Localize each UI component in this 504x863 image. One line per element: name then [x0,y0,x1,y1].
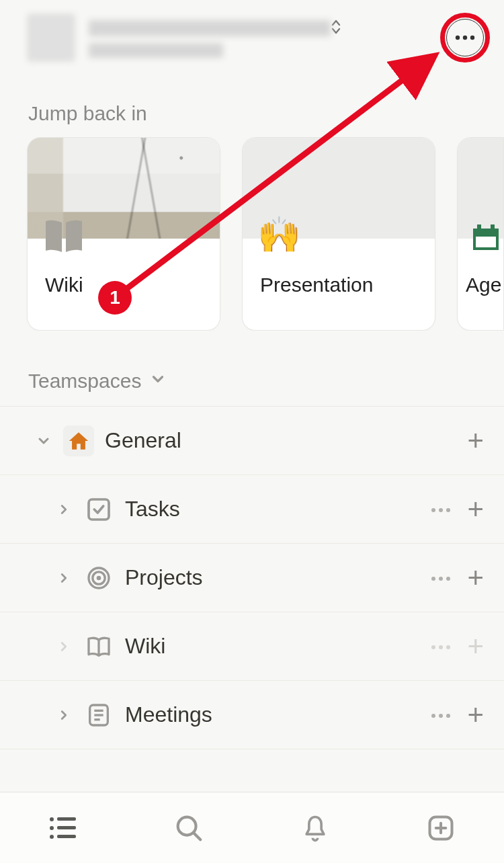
bottom-nav [0,792,504,863]
raising-hands-icon: 🙌 [257,213,300,256]
svg-point-27 [446,714,450,718]
svg-point-25 [431,714,435,718]
chevron-right-icon[interactable] [55,502,73,517]
document-icon [83,700,114,731]
card-title: Age [466,274,503,296]
recent-card-agenda[interactable]: Age [457,137,504,331]
svg-point-1 [463,36,467,40]
svg-point-0 [456,36,460,40]
teamspaces-toggle[interactable]: Teamspaces [0,331,504,406]
svg-point-10 [439,508,443,512]
more-icon[interactable] [431,709,451,721]
svg-rect-31 [57,826,76,829]
chevron-down-icon[interactable] [35,433,52,449]
check-square-icon [83,494,114,525]
svg-rect-7 [476,237,496,247]
teamspace-general[interactable]: General + [0,407,504,475]
page-tree: General + Tasks + Projects [0,406,504,749]
svg-point-32 [50,835,54,839]
svg-rect-5 [477,224,481,231]
add-subpage-button[interactable]: + [467,493,484,526]
svg-point-28 [50,817,54,821]
add-subpage-button[interactable]: + [467,699,484,731]
calendar-icon [464,216,504,259]
book-icon [42,216,85,259]
page-label: Projects [125,565,420,590]
target-icon [83,563,114,593]
svg-rect-29 [57,817,76,821]
card-title: Wiki [45,274,202,296]
more-icon[interactable] [431,572,451,584]
chevron-right-icon[interactable] [55,639,73,654]
add-subpage-button[interactable]: + [467,562,484,594]
nav-notifications-icon[interactable] [296,809,334,847]
svg-point-14 [97,575,101,580]
workspace-avatar[interactable] [27,13,75,62]
workspace-header [0,0,504,69]
svg-rect-4 [473,229,499,235]
workspace-switcher-icon[interactable] [329,17,343,39]
add-page-button[interactable]: + [467,425,484,457]
page-label: Tasks [125,497,420,522]
chevron-down-icon [149,370,167,393]
page-meetings[interactable]: Meetings + [0,681,504,749]
svg-point-19 [439,645,443,649]
card-title: Presentation [260,274,417,296]
svg-point-20 [446,645,450,649]
page-label: Wiki [125,634,420,659]
chevron-right-icon[interactable] [55,571,73,585]
workspace-title-block[interactable] [89,17,433,58]
add-subpage-button[interactable]: + [467,630,484,663]
svg-point-2 [470,36,474,40]
svg-point-26 [439,714,443,718]
svg-point-18 [431,645,435,649]
svg-point-16 [439,577,443,581]
page-wiki[interactable]: Wiki + [0,612,504,681]
nav-search-icon[interactable] [170,809,208,847]
nav-new-page-icon[interactable] [422,809,460,847]
more-icon[interactable] [431,641,451,653]
more-icon[interactable] [431,503,451,516]
jump-back-in-title: Jump back in [0,69,504,137]
teamspaces-label: Teamspaces [28,370,141,393]
chevron-right-icon[interactable] [55,708,73,723]
jump-back-in-cards: Wiki 🙌 Presentation Age [0,137,504,331]
svg-point-15 [431,577,435,581]
svg-rect-8 [89,499,109,520]
svg-point-17 [446,577,450,581]
book-open-icon [83,631,114,662]
page-projects[interactable]: Projects + [0,544,504,612]
page-label: Meetings [125,702,420,727]
page-tasks[interactable]: Tasks + [0,475,504,544]
svg-line-35 [194,833,201,839]
teamspace-label: General [105,428,456,453]
house-icon [63,425,94,456]
svg-point-9 [431,508,435,512]
svg-rect-6 [491,224,495,231]
svg-point-30 [50,826,54,830]
svg-point-11 [446,508,450,512]
recent-card-presentation[interactable]: 🙌 Presentation [242,137,435,331]
more-options-button[interactable] [446,19,484,56]
svg-rect-33 [57,835,76,838]
nav-home-list-icon[interactable] [44,809,82,847]
recent-card-wiki[interactable]: Wiki [27,137,220,331]
